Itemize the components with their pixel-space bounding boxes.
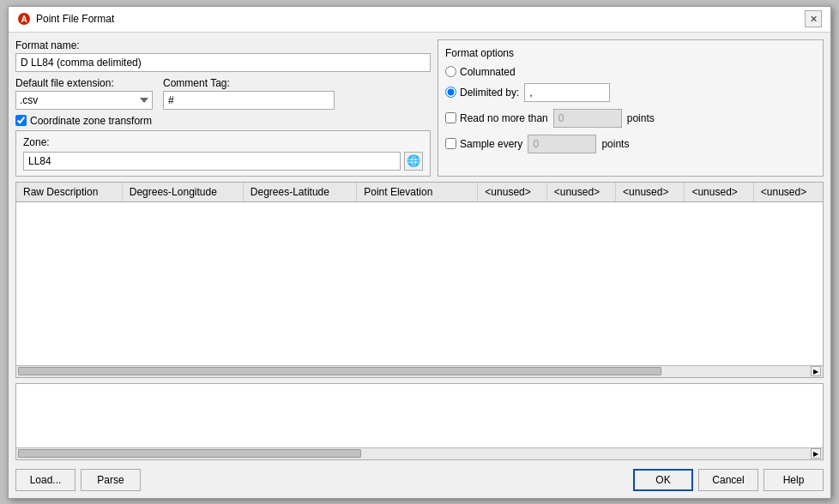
table-hscrollbar[interactable]: ▶	[16, 365, 823, 377]
left-panel: Format name: Default file extension: .cs…	[15, 39, 431, 177]
sample-every-checkbox[interactable]	[445, 138, 456, 149]
delimiter-input[interactable]	[524, 83, 610, 102]
table-header: Raw Description Degrees-Longitude Degree…	[16, 183, 823, 202]
load-button[interactable]: Load...	[15, 469, 75, 491]
col-header-6[interactable]: <unused>	[616, 183, 685, 201]
cancel-button[interactable]: Cancel	[698, 469, 758, 491]
bottom-bar: Load... Parse OK Cancel Help	[15, 465, 824, 491]
default-ext-select[interactable]: .csv	[15, 91, 153, 110]
preview-hscroll-right-arrow[interactable]: ▶	[811, 448, 821, 459]
zone-group: Zone: 🌐	[15, 130, 431, 177]
sample-every-input[interactable]	[528, 135, 596, 153]
coord-zone-transform-checkbox-label[interactable]: Coordinate zone transform	[15, 115, 431, 127]
table-section: Raw Description Degrees-Longitude Degree…	[15, 182, 824, 378]
col-header-8[interactable]: <unused>	[754, 183, 823, 201]
preview-section: ▶	[15, 383, 824, 460]
format-name-input[interactable]	[15, 53, 431, 72]
title-bar: A Point File Format ✕	[9, 7, 830, 33]
globe-button[interactable]: 🌐	[404, 152, 423, 171]
table-body[interactable]	[16, 202, 823, 365]
col-header-0[interactable]: Raw Description	[16, 183, 123, 201]
bottom-right-buttons: OK Cancel Help	[633, 469, 824, 491]
sample-every-checkbox-label[interactable]: Sample every	[445, 138, 522, 150]
svg-text:A: A	[21, 15, 27, 24]
ok-button[interactable]: OK	[633, 469, 693, 491]
read-no-more-row: Read no more than points	[445, 109, 816, 128]
read-no-more-suffix: points	[627, 112, 655, 124]
point-file-format-dialog: A Point File Format ✕ Format name: Defau…	[8, 6, 831, 499]
dialog-body: Format name: Default file extension: .cs…	[9, 33, 830, 498]
coord-zone-transform-group: Coordinate zone transform Zone: 🌐	[15, 115, 431, 177]
format-options-panel: Format options Columnated Delimited by:	[438, 39, 824, 177]
format-options-title: Format options	[445, 47, 816, 59]
app-icon: A	[17, 12, 31, 26]
read-no-more-checkbox-label[interactable]: Read no more than	[445, 112, 548, 124]
col-header-2[interactable]: Degrees-Latitude	[244, 183, 357, 201]
col-header-1[interactable]: Degrees-Longitude	[123, 183, 244, 201]
format-name-label: Format name:	[15, 39, 431, 51]
read-no-more-checkbox[interactable]	[445, 112, 456, 123]
columnated-radio-label[interactable]: Columnated	[445, 66, 816, 78]
columnated-radio[interactable]	[445, 66, 456, 77]
read-no-more-input[interactable]	[553, 109, 622, 128]
dialog-title: Point File Format	[36, 13, 114, 25]
col-header-5[interactable]: <unused>	[547, 183, 616, 201]
default-ext-label: Default file extension:	[15, 77, 153, 89]
title-bar-left: A Point File Format	[17, 12, 114, 26]
coord-zone-transform-checkbox[interactable]	[15, 115, 27, 126]
comment-tag-group: Comment Tag:	[163, 77, 335, 110]
parse-button[interactable]: Parse	[81, 469, 141, 491]
zone-label: Zone:	[23, 136, 423, 148]
sample-every-suffix: points	[601, 138, 629, 150]
col-header-4[interactable]: <unused>	[478, 183, 546, 201]
delimited-by-row: Delimited by:	[445, 83, 816, 102]
ext-comment-row: Default file extension: .csv Comment Tag…	[15, 77, 431, 110]
top-section: Format name: Default file extension: .cs…	[15, 39, 824, 177]
sample-every-row: Sample every points	[445, 135, 816, 153]
zone-input[interactable]	[23, 152, 401, 171]
preview-body[interactable]	[16, 384, 823, 447]
delimited-by-radio[interactable]	[445, 87, 456, 98]
hscroll-right-arrow[interactable]: ▶	[811, 366, 821, 376]
col-header-3[interactable]: Point Elevation	[357, 183, 478, 201]
zone-row: 🌐	[23, 152, 423, 171]
default-ext-group: Default file extension: .csv	[15, 77, 153, 110]
bottom-left-buttons: Load... Parse	[15, 469, 141, 491]
close-button[interactable]: ✕	[805, 10, 822, 27]
preview-hscrollbar[interactable]: ▶	[16, 447, 823, 459]
col-header-7[interactable]: <unused>	[685, 183, 753, 201]
comment-tag-input[interactable]	[163, 91, 335, 110]
help-button[interactable]: Help	[764, 469, 824, 491]
comment-tag-label: Comment Tag:	[163, 77, 335, 89]
format-name-group: Format name:	[15, 39, 431, 72]
delimited-by-radio-label[interactable]: Delimited by:	[445, 87, 519, 99]
